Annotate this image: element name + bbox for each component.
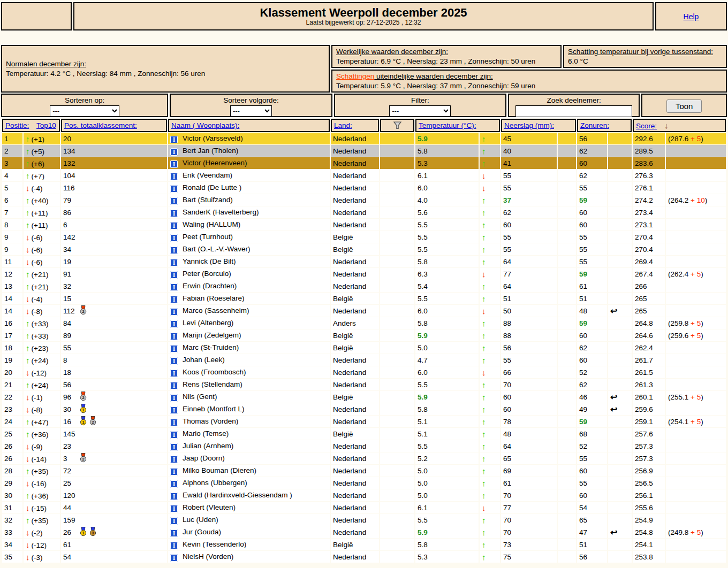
cell-land-filter-gap	[380, 280, 414, 292]
participant-info-icon[interactable]: I	[170, 148, 178, 156]
top10-sort-link[interactable]: Top10	[36, 121, 56, 129]
cell-top10-change: ↓(-4)	[24, 182, 60, 194]
participant-info-icon[interactable]: I	[170, 493, 178, 500]
cell-naam: IKoos (Froombosch)	[168, 366, 330, 378]
cell-top10-change: ↑(+40)	[24, 194, 60, 206]
participant-info-icon[interactable]: I	[170, 197, 178, 205]
participant-info-icon[interactable]: I	[170, 370, 178, 377]
participant-info-icon[interactable]: I	[170, 247, 178, 254]
filter-dropdown[interactable]: ---	[389, 105, 451, 117]
svg-text:1: 1	[82, 531, 84, 535]
participant-info-icon[interactable]: I	[170, 382, 178, 389]
cell-naam: IMarijn (Zedelgem)	[168, 329, 330, 341]
cell-neerslag-gap	[558, 342, 576, 354]
participant-info-icon[interactable]: I	[170, 283, 178, 291]
change-value: (+40)	[32, 197, 49, 205]
cell-top10-change: ↑(+33)	[24, 317, 60, 329]
estimates-box: Schattingen uiteindelijke waarden decemb…	[331, 70, 727, 93]
naam-value: Mario (Temse)	[183, 429, 229, 437]
bonus-value: + 5	[691, 135, 701, 143]
up-arrow-icon: ↑	[26, 171, 30, 180]
show-button[interactable]: Toon	[666, 99, 702, 113]
participant-info-icon[interactable]: I	[170, 333, 178, 340]
cell-positie: 32	[2, 514, 22, 526]
naam-value: Ewald (Hardinxveld-Giessendam )	[183, 491, 292, 499]
table-body: 1↑(+1)20IVictor (Varsseveld)Nederland5.9…	[2, 133, 726, 563]
score-sort-link[interactable]: Score:	[636, 122, 657, 130]
search-input[interactable]	[515, 105, 632, 117]
participant-info-icon[interactable]: I	[170, 320, 178, 328]
participant-info-icon[interactable]: I	[170, 222, 178, 229]
cell-positie: 7	[2, 206, 22, 218]
help-link[interactable]: Help	[684, 12, 699, 21]
actual-values-box: Werkelijke waarden december zijn: Temper…	[331, 45, 562, 68]
participant-info-icon[interactable]: I	[170, 173, 178, 180]
cell-positie: 21	[2, 379, 22, 390]
cell-pos-totaal: 32	[61, 452, 167, 464]
participant-info-icon[interactable]: I	[170, 394, 178, 402]
participant-info-icon[interactable]: I	[170, 271, 178, 279]
participant-info-icon[interactable]: I	[170, 505, 178, 512]
schattingen-link[interactable]: Schattingen	[336, 72, 374, 80]
participant-info-icon[interactable]: I	[170, 259, 178, 266]
participant-info-icon[interactable]: I	[170, 542, 178, 549]
land-filter-button[interactable]	[380, 119, 414, 132]
cell-temp-direction: ↑	[480, 231, 500, 243]
participant-info-icon[interactable]: I	[170, 357, 178, 365]
participant-info-icon[interactable]: I	[170, 468, 178, 475]
naam-value: Marc (St-Truiden)	[183, 343, 239, 351]
participant-info-icon[interactable]: I	[170, 210, 178, 217]
cell-score: 276.1	[633, 182, 665, 194]
cell-redo	[608, 280, 632, 292]
participant-info-icon[interactable]: I	[170, 345, 178, 352]
participant-info-icon[interactable]: I	[170, 185, 178, 193]
cell-bonus: (262.4 + 5)	[666, 268, 726, 280]
participant-info-icon[interactable]: I	[170, 136, 178, 143]
participant-info-icon[interactable]: I	[170, 431, 178, 439]
cell-land: Nederland	[331, 133, 379, 144]
participant-info-icon[interactable]: I	[170, 529, 178, 537]
neerslag-sort-link[interactable]: Neerslag (mm):	[504, 121, 554, 129]
participant-info-icon[interactable]: I	[170, 480, 178, 488]
cell-redo	[608, 551, 632, 563]
cell-top10-change: ↑(+23)	[24, 342, 60, 354]
cell-neerslag: 48	[501, 428, 557, 440]
order-dropdown[interactable]: ---	[230, 105, 272, 117]
change-value: (+1)	[32, 135, 44, 143]
cell-positie: 19	[2, 354, 22, 366]
cell-land: Nederland	[331, 465, 379, 477]
participant-info-icon[interactable]: I	[170, 517, 178, 525]
participant-info-icon[interactable]: I	[170, 443, 178, 451]
sort-dropdown[interactable]: ---	[50, 105, 119, 117]
cell-bonus: (259.8 + 5)	[666, 317, 726, 329]
cell-score: 265	[633, 293, 665, 304]
zonuren-sort-link[interactable]: Zonuren:	[580, 121, 609, 129]
participant-info-icon[interactable]: I	[170, 160, 178, 168]
cell-top10-change: ↓(-2)	[24, 526, 60, 538]
participant-info-icon[interactable]: I	[170, 296, 178, 303]
temperatuur-sort-link[interactable]: Temperatuur (°C):	[419, 121, 476, 129]
cell-pos-totaal: 25	[61, 477, 167, 489]
participant-info-icon[interactable]: I	[170, 308, 178, 316]
change-value: (+47)	[32, 418, 49, 426]
pos-totaal-sort-link[interactable]: Pos. totaalklassement:	[64, 121, 137, 129]
participant-info-icon[interactable]: I	[170, 456, 178, 463]
cell-pos-totaal: 301	[61, 403, 167, 415]
svg-text:2: 2	[92, 420, 94, 425]
participant-info-icon[interactable]: I	[170, 234, 178, 242]
totaal-value: 142	[63, 233, 77, 241]
participant-info-icon[interactable]: I	[170, 419, 178, 426]
up-arrow-icon: ↑	[482, 319, 486, 328]
cell-land-filter-gap	[380, 329, 414, 341]
up-arrow-icon: ↑	[482, 552, 486, 562]
naam-sort-link[interactable]: Naam ( Woonplaats):	[171, 121, 239, 129]
cell-neerslag: 45	[501, 133, 557, 144]
change-value: (+5)	[32, 148, 44, 156]
cell-pos-totaal: 79	[61, 194, 167, 206]
cell-positie: 28	[2, 465, 22, 477]
participant-info-icon[interactable]: I	[170, 554, 178, 562]
up-arrow-icon: ↑	[482, 245, 486, 254]
positie-sort-link[interactable]: Positie:	[5, 121, 29, 129]
participant-info-icon[interactable]: I	[170, 406, 178, 414]
land-sort-link[interactable]: Land:	[334, 121, 352, 129]
